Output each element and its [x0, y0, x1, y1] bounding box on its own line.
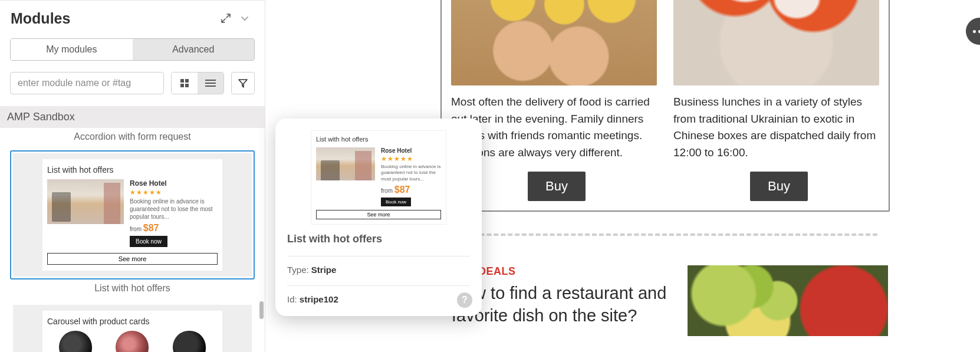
module-info-popover: List with hot offers Rose Hotel ★★★★★ Bo… — [275, 119, 482, 316]
module-card-carousel[interactable]: Carousel with product cards — [10, 302, 255, 352]
svg-rect-5 — [205, 83, 216, 84]
list-view-button[interactable] — [198, 73, 223, 94]
module-caption-accordion: Accordion with form request — [0, 131, 265, 142]
svg-rect-1 — [185, 79, 189, 83]
buy-button[interactable]: Buy — [750, 172, 808, 201]
module-card-hot-offers[interactable]: List with hot offers Rose Hotel ★★★★★ Bo… — [10, 150, 255, 279]
promo-heading: How to find a restaurant and favorite di… — [452, 282, 670, 327]
side-panel-toggle[interactable] — [966, 18, 980, 45]
divider — [452, 233, 877, 236]
view-toggle — [171, 72, 224, 94]
module-tabs: My modules Advanced — [10, 38, 255, 61]
book-now-button: Book now — [381, 198, 411, 206]
promo-label: HOT DEALS — [452, 265, 670, 278]
popover-title: List with hot offers — [287, 233, 470, 245]
promo-image — [688, 265, 888, 336]
modules-sidebar: Modules My modules Advanced AMP Sandbox … — [0, 0, 265, 352]
tab-advanced[interactable]: Advanced — [133, 39, 255, 60]
card-text: Business lunches in a variety of styles … — [673, 94, 879, 161]
product-thumb — [116, 331, 149, 352]
filter-button[interactable] — [231, 72, 255, 94]
popover-id: Id: stripe102 — [287, 294, 470, 304]
hotel-name: Rose Hotel — [130, 179, 218, 187]
divider — [287, 256, 470, 256]
module-search-input[interactable] — [10, 72, 164, 94]
tab-my-modules[interactable]: My modules — [11, 39, 133, 60]
sidebar-title: Modules — [11, 10, 216, 27]
svg-rect-6 — [205, 85, 216, 87]
book-now-button: Book now — [130, 236, 167, 247]
divider — [287, 285, 470, 286]
hotel-blurb: Booking online in advance is guaranteed … — [381, 164, 441, 182]
buy-button[interactable]: Buy — [528, 172, 586, 201]
hot-offers-heading: List with hot offers — [47, 165, 218, 175]
see-more-button: See more — [316, 210, 441, 219]
rating-stars: ★★★★★ — [381, 155, 441, 163]
hotel-blurb: Booking online in advance is guaranteed … — [130, 198, 218, 221]
svg-rect-4 — [205, 80, 216, 81]
see-more-button: See more — [47, 253, 218, 265]
help-icon[interactable]: ? — [457, 292, 472, 308]
product-thumb — [173, 331, 206, 352]
hotel-name: Rose Hotel — [381, 147, 441, 154]
carousel-heading: Carousel with product cards — [47, 317, 218, 326]
content-block-food-cards[interactable]: Most often the delivery of food is carri… — [440, 0, 890, 212]
chevron-down-icon[interactable] — [235, 9, 254, 28]
svg-rect-3 — [185, 84, 189, 87]
hotel-image — [47, 179, 124, 224]
scrollbar-thumb[interactable] — [259, 301, 264, 319]
module-caption-hot-offers: List with hot offers — [0, 283, 265, 294]
card-text: Most often the delivery of food is carri… — [451, 94, 657, 161]
hotel-price: from $87 — [130, 223, 218, 233]
popover-thumbnail: List with hot offers Rose Hotel ★★★★★ Bo… — [311, 130, 446, 225]
expand-icon[interactable] — [216, 9, 235, 28]
popover-type: Type: Stripe — [287, 265, 470, 275]
svg-rect-2 — [180, 84, 184, 87]
product-thumb — [59, 331, 92, 352]
content-block-promo[interactable]: HOT DEALS How to find a restaurant and f… — [452, 265, 888, 336]
food-image — [451, 0, 657, 85]
category-amp-sandbox: AMP Sandbox — [0, 106, 265, 128]
more-icon — [973, 30, 981, 33]
hot-offers-heading: List with hot offers — [316, 136, 441, 143]
food-image — [673, 0, 879, 85]
grid-view-button[interactable] — [172, 73, 198, 94]
rating-stars: ★★★★★ — [130, 189, 218, 196]
hotel-price: from $87 — [381, 185, 441, 195]
hotel-image — [316, 147, 375, 180]
svg-rect-0 — [180, 79, 184, 83]
